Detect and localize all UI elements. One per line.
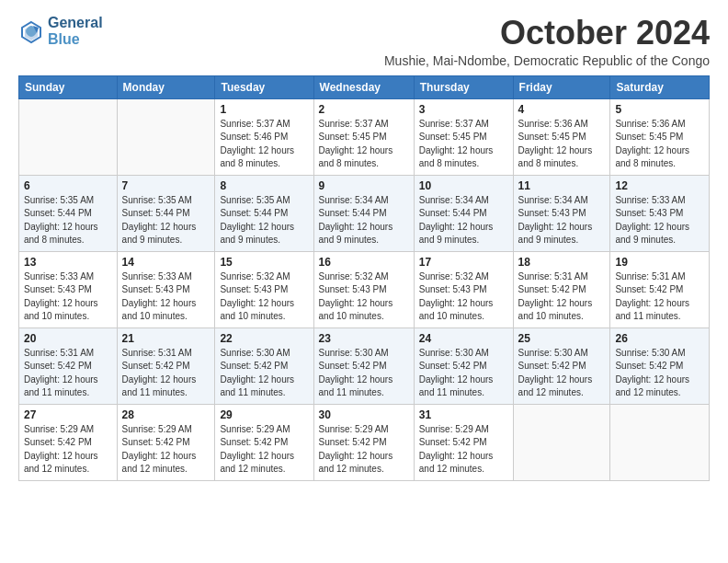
table-cell: 6Sunrise: 5:35 AM Sunset: 5:44 PM Daylig… <box>19 175 118 251</box>
table-cell: 22Sunrise: 5:30 AM Sunset: 5:42 PM Dayli… <box>215 327 313 404</box>
week-row-1: 6Sunrise: 5:35 AM Sunset: 5:44 PM Daylig… <box>19 175 710 251</box>
table-cell: 27Sunrise: 5:29 AM Sunset: 5:42 PM Dayli… <box>19 404 118 480</box>
table-cell: 28Sunrise: 5:29 AM Sunset: 5:42 PM Dayli… <box>117 404 215 480</box>
day-info: Sunrise: 5:32 AM Sunset: 5:43 PM Dayligh… <box>419 270 508 324</box>
day-info: Sunrise: 5:31 AM Sunset: 5:42 PM Dayligh… <box>24 347 112 400</box>
table-cell: 16Sunrise: 5:32 AM Sunset: 5:43 PM Dayli… <box>313 251 414 327</box>
col-tuesday: Tuesday <box>215 75 313 98</box>
day-info: Sunrise: 5:30 AM Sunset: 5:42 PM Dayligh… <box>419 347 508 400</box>
col-sunday: Sunday <box>19 75 118 98</box>
col-friday: Friday <box>513 75 610 98</box>
table-cell: 19Sunrise: 5:31 AM Sunset: 5:42 PM Dayli… <box>610 251 710 327</box>
day-info: Sunrise: 5:29 AM Sunset: 5:42 PM Dayligh… <box>220 423 308 477</box>
day-info: Sunrise: 5:34 AM Sunset: 5:44 PM Dayligh… <box>319 194 409 247</box>
week-row-3: 20Sunrise: 5:31 AM Sunset: 5:42 PM Dayli… <box>19 327 710 404</box>
week-row-2: 13Sunrise: 5:33 AM Sunset: 5:43 PM Dayli… <box>19 251 710 327</box>
table-cell: 10Sunrise: 5:34 AM Sunset: 5:44 PM Dayli… <box>414 175 513 251</box>
day-info: Sunrise: 5:31 AM Sunset: 5:42 PM Dayligh… <box>518 270 606 324</box>
table-cell: 14Sunrise: 5:33 AM Sunset: 5:43 PM Dayli… <box>117 251 215 327</box>
table-cell: 1Sunrise: 5:37 AM Sunset: 5:46 PM Daylig… <box>215 98 313 175</box>
day-number: 1 <box>220 103 308 116</box>
day-info: Sunrise: 5:31 AM Sunset: 5:42 PM Dayligh… <box>615 270 704 324</box>
day-number: 21 <box>122 332 210 345</box>
day-number: 5 <box>615 103 704 116</box>
logo-icon <box>18 18 44 44</box>
day-info: Sunrise: 5:33 AM Sunset: 5:43 PM Dayligh… <box>615 194 704 247</box>
table-cell: 24Sunrise: 5:30 AM Sunset: 5:42 PM Dayli… <box>414 327 513 404</box>
table-cell: 15Sunrise: 5:32 AM Sunset: 5:43 PM Dayli… <box>215 251 313 327</box>
table-cell: 8Sunrise: 5:35 AM Sunset: 5:44 PM Daylig… <box>215 175 313 251</box>
day-number: 27 <box>24 408 112 421</box>
day-number: 6 <box>24 179 112 192</box>
day-info: Sunrise: 5:29 AM Sunset: 5:42 PM Dayligh… <box>319 423 409 477</box>
day-number: 31 <box>419 408 508 421</box>
table-cell: 31Sunrise: 5:29 AM Sunset: 5:42 PM Dayli… <box>414 404 513 480</box>
day-info: Sunrise: 5:36 AM Sunset: 5:45 PM Dayligh… <box>518 118 606 171</box>
table-cell: 20Sunrise: 5:31 AM Sunset: 5:42 PM Dayli… <box>19 327 118 404</box>
day-number: 3 <box>419 103 508 116</box>
table-cell: 7Sunrise: 5:35 AM Sunset: 5:44 PM Daylig… <box>117 175 215 251</box>
title-block: October 2024 Mushie, Mai-Ndombe, Democra… <box>384 15 710 68</box>
col-saturday: Saturday <box>610 75 710 98</box>
calendar-table: Sunday Monday Tuesday Wednesday Thursday… <box>18 75 710 481</box>
logo-text: General Blue <box>48 15 103 47</box>
day-number: 17 <box>419 256 508 269</box>
col-wednesday: Wednesday <box>313 75 414 98</box>
day-info: Sunrise: 5:32 AM Sunset: 5:43 PM Dayligh… <box>220 270 308 324</box>
header-row: Sunday Monday Tuesday Wednesday Thursday… <box>19 75 710 98</box>
table-cell: 17Sunrise: 5:32 AM Sunset: 5:43 PM Dayli… <box>414 251 513 327</box>
day-info: Sunrise: 5:35 AM Sunset: 5:44 PM Dayligh… <box>122 194 210 247</box>
table-cell: 3Sunrise: 5:37 AM Sunset: 5:45 PM Daylig… <box>414 98 513 175</box>
day-number: 25 <box>518 332 606 345</box>
table-cell: 30Sunrise: 5:29 AM Sunset: 5:42 PM Dayli… <box>313 404 414 480</box>
day-info: Sunrise: 5:34 AM Sunset: 5:44 PM Dayligh… <box>419 194 508 247</box>
table-cell <box>610 404 710 480</box>
page: General Blue October 2024 Mushie, Mai-Nd… <box>0 0 728 563</box>
day-info: Sunrise: 5:33 AM Sunset: 5:43 PM Dayligh… <box>24 270 112 324</box>
day-number: 30 <box>319 408 409 421</box>
month-title: October 2024 <box>384 15 710 52</box>
day-info: Sunrise: 5:37 AM Sunset: 5:45 PM Dayligh… <box>419 118 508 171</box>
col-thursday: Thursday <box>414 75 513 98</box>
table-cell: 12Sunrise: 5:33 AM Sunset: 5:43 PM Dayli… <box>610 175 710 251</box>
day-info: Sunrise: 5:30 AM Sunset: 5:42 PM Dayligh… <box>518 347 606 400</box>
day-number: 14 <box>122 256 210 269</box>
day-number: 13 <box>24 256 112 269</box>
day-number: 7 <box>122 179 210 192</box>
day-number: 26 <box>615 332 704 345</box>
day-info: Sunrise: 5:34 AM Sunset: 5:43 PM Dayligh… <box>518 194 606 247</box>
day-number: 4 <box>518 103 606 116</box>
table-cell: 4Sunrise: 5:36 AM Sunset: 5:45 PM Daylig… <box>513 98 610 175</box>
table-cell <box>117 98 215 175</box>
table-cell: 29Sunrise: 5:29 AM Sunset: 5:42 PM Dayli… <box>215 404 313 480</box>
day-info: Sunrise: 5:35 AM Sunset: 5:44 PM Dayligh… <box>24 194 112 247</box>
day-number: 8 <box>220 179 308 192</box>
day-info: Sunrise: 5:29 AM Sunset: 5:42 PM Dayligh… <box>24 423 112 477</box>
week-row-0: 1Sunrise: 5:37 AM Sunset: 5:46 PM Daylig… <box>19 98 710 175</box>
table-cell: 11Sunrise: 5:34 AM Sunset: 5:43 PM Dayli… <box>513 175 610 251</box>
week-row-4: 27Sunrise: 5:29 AM Sunset: 5:42 PM Dayli… <box>19 404 710 480</box>
day-number: 28 <box>122 408 210 421</box>
table-cell: 2Sunrise: 5:37 AM Sunset: 5:45 PM Daylig… <box>313 98 414 175</box>
day-info: Sunrise: 5:31 AM Sunset: 5:42 PM Dayligh… <box>122 347 210 400</box>
day-number: 23 <box>319 332 409 345</box>
day-info: Sunrise: 5:30 AM Sunset: 5:42 PM Dayligh… <box>615 347 704 400</box>
day-info: Sunrise: 5:32 AM Sunset: 5:43 PM Dayligh… <box>319 270 409 324</box>
day-info: Sunrise: 5:29 AM Sunset: 5:42 PM Dayligh… <box>122 423 210 477</box>
day-info: Sunrise: 5:29 AM Sunset: 5:42 PM Dayligh… <box>419 423 508 477</box>
day-number: 18 <box>518 256 606 269</box>
day-info: Sunrise: 5:37 AM Sunset: 5:45 PM Dayligh… <box>319 118 409 171</box>
day-number: 24 <box>419 332 508 345</box>
table-cell: 23Sunrise: 5:30 AM Sunset: 5:42 PM Dayli… <box>313 327 414 404</box>
location-subtitle: Mushie, Mai-Ndombe, Democratic Republic … <box>384 53 710 68</box>
day-info: Sunrise: 5:30 AM Sunset: 5:42 PM Dayligh… <box>220 347 308 400</box>
table-cell: 25Sunrise: 5:30 AM Sunset: 5:42 PM Dayli… <box>513 327 610 404</box>
table-cell: 13Sunrise: 5:33 AM Sunset: 5:43 PM Dayli… <box>19 251 118 327</box>
day-info: Sunrise: 5:37 AM Sunset: 5:46 PM Dayligh… <box>220 118 308 171</box>
day-number: 20 <box>24 332 112 345</box>
day-number: 2 <box>319 103 409 116</box>
day-number: 15 <box>220 256 308 269</box>
day-number: 10 <box>419 179 508 192</box>
col-monday: Monday <box>117 75 215 98</box>
day-info: Sunrise: 5:33 AM Sunset: 5:43 PM Dayligh… <box>122 270 210 324</box>
